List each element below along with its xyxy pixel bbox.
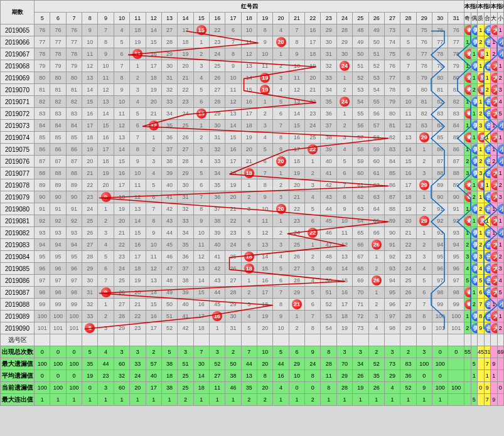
miss-cell: 6 — [146, 191, 161, 203]
hit-cell: 18 — [241, 263, 257, 275]
miss-cell: 7 — [289, 24, 304, 36]
sel-cell[interactable] — [336, 334, 352, 346]
miss-cell: 4 — [257, 132, 273, 144]
ind-miss: 5 — [497, 287, 504, 299]
miss-cell: 15 — [193, 287, 209, 299]
sel-cell[interactable] — [225, 334, 241, 346]
miss-cell: 82 — [432, 96, 448, 108]
ind-ball: 偶 — [471, 263, 478, 274]
stat-cell: 26 — [353, 370, 368, 382]
stat-ind: 0 — [478, 382, 485, 394]
stat-cell: 8 — [305, 370, 321, 382]
ind-miss: 4 — [497, 96, 504, 108]
stat-cell: 0 — [35, 346, 50, 358]
hit-cell: 26 — [368, 239, 384, 251]
num-header: 28 — [400, 13, 416, 24]
ind-hit: 合 — [484, 60, 491, 72]
miss-cell: 10 — [257, 203, 273, 215]
ind-hit: 偶 — [471, 24, 478, 36]
ind-miss: 1 — [491, 203, 498, 215]
sel-cell[interactable] — [416, 334, 432, 346]
stat-cell: 100 — [50, 382, 66, 394]
ind-ball: 质 — [478, 73, 484, 83]
ind-hit: 偶 — [471, 275, 478, 287]
miss-cell: 2 — [273, 179, 289, 191]
miss-cell: 9 — [273, 311, 289, 322]
ind-hit: 偶 — [471, 156, 478, 167]
sel-cell[interactable] — [353, 334, 368, 346]
miss-cell: 57 — [353, 132, 368, 144]
hit-cell: 22 — [305, 144, 321, 156]
sel-cell[interactable] — [35, 334, 50, 346]
miss-cell: 59 — [368, 144, 384, 156]
stat-cell: 100 — [66, 358, 82, 370]
miss-cell: 3 — [241, 203, 257, 215]
miss-cell: 7 — [130, 132, 146, 144]
miss-cell: 20 — [146, 96, 161, 108]
ind-hit: 质 — [478, 215, 485, 227]
sel-cell[interactable] — [98, 334, 114, 346]
stat-ind — [478, 370, 485, 382]
sel-cell[interactable] — [82, 334, 98, 346]
miss-cell: 36 — [209, 191, 225, 203]
sel-cell[interactable] — [241, 334, 257, 346]
miss-cell: 93 — [35, 227, 50, 239]
sel-cell[interactable] — [161, 334, 177, 346]
ind-hit: 小 — [497, 48, 504, 60]
miss-cell: 26 — [400, 287, 416, 299]
sel-cell[interactable] — [66, 334, 82, 346]
data-row: 2019068797979121071173020325913112101932… — [1, 60, 504, 72]
sel-cell[interactable] — [448, 334, 464, 346]
ind-hit: 合 — [484, 156, 491, 167]
miss-cell: 41 — [178, 311, 193, 322]
stat-cell: 3 — [114, 346, 129, 358]
stat-cell: 0 — [66, 346, 82, 358]
miss-cell: 5 — [241, 322, 257, 334]
miss-cell: 15 — [289, 120, 304, 132]
sel-cell[interactable] — [209, 334, 225, 346]
miss-cell: 3 — [416, 167, 432, 179]
miss-cell: 9 — [193, 215, 209, 227]
miss-cell: 72 — [353, 311, 368, 322]
ind-hit: 合 — [484, 144, 491, 156]
sel-cell[interactable] — [368, 334, 384, 346]
sel-cell[interactable] — [400, 334, 416, 346]
sel-cell[interactable] — [50, 334, 66, 346]
miss-cell: 22 — [225, 215, 241, 227]
sel-cell[interactable] — [273, 334, 289, 346]
miss-cell: 92 — [66, 215, 82, 227]
sel-cell[interactable] — [130, 334, 146, 346]
miss-cell: 3 — [193, 144, 209, 156]
stat-label: 最大遗漏值 — [1, 358, 35, 370]
sel-cell[interactable] — [178, 334, 193, 346]
ind-hit: 偶 — [471, 263, 478, 275]
sel-cell[interactable] — [384, 334, 400, 346]
sel-cell[interactable] — [257, 334, 273, 346]
sel-cell[interactable] — [289, 334, 304, 346]
sel-cell[interactable] — [432, 334, 448, 346]
stat-cell: 1 — [35, 394, 50, 406]
stat-cell — [448, 394, 464, 406]
stat-cell: 1 — [114, 394, 129, 406]
stat-cell: 1 — [289, 394, 304, 406]
sel-ind — [497, 334, 504, 346]
sel-cell[interactable] — [193, 334, 209, 346]
sel-cell[interactable] — [305, 334, 321, 346]
miss-cell: 24 — [400, 263, 416, 275]
sel-cell[interactable] — [146, 334, 161, 346]
sel-cell[interactable] — [321, 334, 336, 346]
miss-cell: 8 — [257, 179, 273, 191]
red-ball: 11 — [132, 49, 142, 59]
miss-cell: 15 — [146, 299, 161, 311]
miss-cell: 101 — [448, 322, 464, 334]
miss-cell: 88 — [35, 167, 50, 179]
stat-cell: 13 — [241, 370, 257, 382]
period-cell: 2019086 — [1, 275, 35, 287]
miss-cell: 11 — [146, 251, 161, 263]
ind-miss: 2 — [497, 179, 504, 191]
miss-cell: 89 — [448, 179, 464, 191]
miss-cell: 12 — [225, 96, 241, 108]
sel-cell[interactable] — [114, 334, 129, 346]
miss-cell: 2 — [146, 144, 161, 156]
miss-cell: 81 — [66, 84, 82, 96]
